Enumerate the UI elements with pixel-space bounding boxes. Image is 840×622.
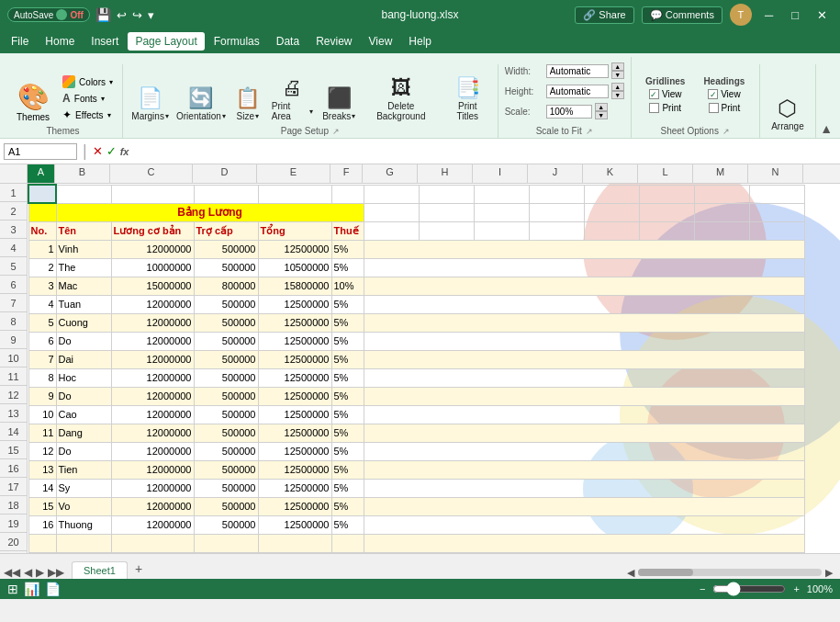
- cell-g5[interactable]: [364, 258, 804, 277]
- fx-icon[interactable]: fx: [120, 146, 129, 157]
- chart-icon[interactable]: 📊: [24, 582, 39, 596]
- breaks-button[interactable]: ⬛ Breaks ▾: [319, 84, 359, 124]
- redo-icon[interactable]: ↪: [132, 8, 142, 22]
- print-titles-button[interactable]: 📑 Print Titles: [443, 74, 492, 124]
- cell-b14[interactable]: Dang: [56, 424, 111, 442]
- cell-j3[interactable]: [529, 221, 584, 240]
- row-num-14[interactable]: 14: [0, 423, 27, 441]
- cell-j2[interactable]: [529, 203, 584, 221]
- cell-m1[interactable]: [694, 185, 749, 203]
- cell-d19[interactable]: 500000: [194, 515, 258, 534]
- add-sheet-button[interactable]: +: [128, 559, 150, 579]
- height-down[interactable]: ▼: [611, 91, 624, 99]
- cell-k3[interactable]: [584, 221, 639, 240]
- cell-b13[interactable]: Cao: [56, 405, 111, 424]
- cell-c5[interactable]: 10000000: [111, 258, 194, 277]
- cell-c10[interactable]: 12000000: [111, 350, 194, 368]
- menu-home[interactable]: Home: [38, 32, 82, 51]
- scale-input[interactable]: [546, 105, 592, 119]
- col-header-d[interactable]: D: [193, 164, 257, 183]
- cell-b16[interactable]: Tien: [56, 460, 111, 479]
- cell-e7[interactable]: 12500000: [258, 295, 331, 313]
- col-header-g[interactable]: G: [363, 164, 418, 183]
- cell-d12[interactable]: 500000: [194, 387, 258, 405]
- page-view-icon[interactable]: 📄: [45, 582, 61, 596]
- row-num-15[interactable]: 15: [0, 441, 27, 459]
- cell-a15[interactable]: 12: [28, 442, 56, 460]
- cell-c3[interactable]: Lương cơ bản: [111, 221, 194, 240]
- gridlines-view-cb[interactable]: [649, 89, 659, 99]
- cell-c17[interactable]: 12000000: [111, 479, 194, 497]
- scroll-left[interactable]: ◀: [627, 567, 634, 579]
- size-button[interactable]: 📋 Size ▾: [230, 84, 265, 124]
- cell-f10[interactable]: 5%: [331, 350, 364, 368]
- more-icon[interactable]: ▾: [148, 8, 154, 22]
- cell-g18[interactable]: [364, 497, 804, 515]
- col-header-l[interactable]: L: [638, 164, 693, 183]
- menu-formulas[interactable]: Formulas: [207, 32, 267, 51]
- col-header-k[interactable]: K: [583, 164, 638, 183]
- cell-f18[interactable]: 5%: [331, 497, 364, 515]
- cell-i3[interactable]: [474, 221, 529, 240]
- cell-a13[interactable]: 10: [28, 405, 56, 424]
- cell-b5[interactable]: The: [56, 258, 111, 277]
- col-header-j[interactable]: J: [528, 164, 583, 183]
- height-up[interactable]: ▲: [611, 83, 624, 91]
- cell-g8[interactable]: [364, 313, 804, 332]
- cell-e18[interactable]: 12500000: [258, 497, 331, 515]
- cell-a12[interactable]: 9: [28, 387, 56, 405]
- cell-e10[interactable]: 12500000: [258, 350, 331, 368]
- share-button[interactable]: 🔗 Share: [575, 6, 633, 24]
- cell-h2[interactable]: [419, 203, 474, 221]
- sheet-tab-1[interactable]: Sheet1: [72, 561, 128, 579]
- sheet-nav-right[interactable]: ▶▶: [48, 566, 64, 579]
- cell-g2[interactable]: [364, 203, 419, 221]
- row-num-13[interactable]: 13: [0, 404, 27, 423]
- scroll-right[interactable]: ▶: [825, 567, 833, 579]
- cell-e9[interactable]: 12500000: [258, 332, 331, 350]
- row-num-16[interactable]: 16: [0, 459, 27, 478]
- cell-d5[interactable]: 500000: [194, 258, 258, 277]
- cell-d1[interactable]: [194, 185, 258, 203]
- cancel-icon[interactable]: ✕: [93, 144, 103, 158]
- cell-a4[interactable]: 1: [28, 240, 56, 258]
- cell-f13[interactable]: 5%: [331, 405, 364, 424]
- cell-f15[interactable]: 5%: [331, 442, 364, 460]
- cell-a16[interactable]: 13: [28, 460, 56, 479]
- row-num-6[interactable]: 6: [0, 276, 27, 294]
- cell-g13[interactable]: [364, 405, 804, 424]
- cell-a1[interactable]: [28, 185, 56, 203]
- cell-e5[interactable]: 10500000: [258, 258, 331, 277]
- cell-f3[interactable]: Thuế: [331, 221, 364, 240]
- cell-d18[interactable]: 500000: [194, 497, 258, 515]
- cell-d8[interactable]: 500000: [194, 313, 258, 332]
- cell-b17[interactable]: Sy: [56, 479, 111, 497]
- menu-insert[interactable]: Insert: [84, 32, 126, 51]
- cell-b2[interactable]: Bảng Lương: [56, 203, 364, 221]
- col-header-a[interactable]: A: [28, 164, 55, 183]
- cell-c1[interactable]: [111, 185, 194, 203]
- cell-a5[interactable]: 2: [28, 258, 56, 277]
- cell-g3[interactable]: [364, 221, 419, 240]
- cell-a9[interactable]: 6: [28, 332, 56, 350]
- cell-h1[interactable]: [419, 185, 474, 203]
- cell-h3[interactable]: [419, 221, 474, 240]
- cell-b19[interactable]: Thuong: [56, 515, 111, 534]
- cell-d13[interactable]: 500000: [194, 405, 258, 424]
- cell-c12[interactable]: 12000000: [111, 387, 194, 405]
- cell-e11[interactable]: 12500000: [258, 368, 331, 387]
- confirm-icon[interactable]: ✓: [106, 144, 117, 158]
- print-area-button[interactable]: 🖨 Print Area ▾: [267, 74, 318, 124]
- row-num-4[interactable]: 4: [0, 239, 27, 257]
- cell-a7[interactable]: 4: [28, 295, 56, 313]
- scale-expand[interactable]: ↗: [586, 127, 593, 136]
- cell-d4[interactable]: 500000: [194, 240, 258, 258]
- cell-c15[interactable]: 12000000: [111, 442, 194, 460]
- cell-g7[interactable]: [364, 295, 804, 313]
- cell-n1[interactable]: [749, 185, 804, 203]
- cell-c18[interactable]: 12000000: [111, 497, 194, 515]
- cell-g16[interactable]: [364, 460, 804, 479]
- effects-button[interactable]: ✦ Effects ▾: [59, 107, 117, 122]
- autosave-toggle[interactable]: AutoSave Off: [7, 7, 90, 22]
- gridlines-print-cb[interactable]: [649, 103, 659, 113]
